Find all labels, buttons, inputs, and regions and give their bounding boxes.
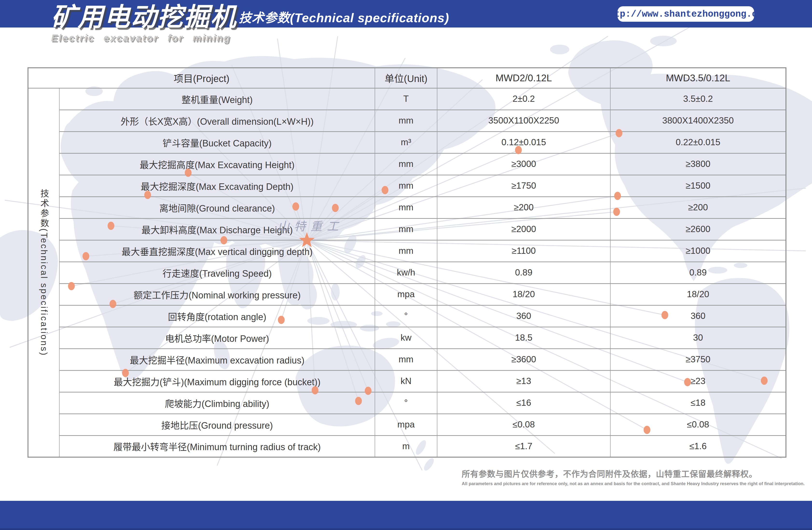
project-cell: 最大挖掘高度(Max Excavating Height)	[59, 153, 375, 175]
unit-cell: mm	[375, 218, 437, 240]
table-row: 外形（长X宽X高）(Overall dimension(L×W×H))mm350…	[28, 110, 786, 131]
project-cell: 离地间隙(Ground clearance)	[59, 197, 375, 218]
page-title: 技术参数(Technical specifications)	[239, 8, 449, 26]
table-row: 回转角度(rotation angle)°360360	[28, 305, 786, 327]
table-row: 最大挖掘深度(Max Excavating Depth)mm≥1750≥1500	[28, 175, 786, 197]
value-cell-mwd35: ≤0.08	[610, 414, 786, 435]
table-row: 额定工作压力(Nominal working pressure)mpa18/20…	[28, 284, 786, 305]
unit-cell: mm	[375, 153, 437, 175]
unit-cell: kw/h	[375, 262, 437, 284]
value-cell-mwd35: ≥200	[610, 197, 786, 218]
value-cell-mwd35: ≥2600	[610, 218, 786, 240]
unit-cell: mpa	[375, 284, 437, 305]
table-row: 离地间隙(Ground clearance)mm≥200≥200	[28, 197, 786, 218]
project-cell: 履带最小转弯半径(Minimum turning radius of track…	[59, 435, 375, 457]
table-header-row: 项目(Project) 单位(Unit) MWD2/0.12L MWD3.5/0…	[28, 68, 786, 88]
value-cell-mwd35: 30	[610, 327, 786, 348]
project-cell: 接地比压(Ground pressure)	[59, 414, 375, 435]
column-header-project: 项目(Project)	[28, 68, 375, 88]
unit-cell: mm	[375, 110, 437, 131]
disclaimer: 所有参数与图片仅供参考，不作为合同附件及依据，山特重工保留最终解释权。 All …	[462, 468, 804, 486]
unit-cell: mm	[375, 240, 437, 262]
table-row: 最大垂直挖掘深度(Max vertical dingging depth)mm≥…	[28, 240, 786, 262]
value-cell-mwd2: ≥3600	[437, 348, 610, 370]
unit-cell: °	[375, 392, 437, 414]
value-cell-mwd2: ≤16	[437, 392, 610, 414]
table-row: 行走速度(Traveling Speed)kw/h0.890.89	[28, 262, 786, 284]
value-cell-mwd35: ≤1.6	[610, 435, 786, 457]
value-cell-mwd35: 360	[610, 305, 786, 327]
value-cell-mwd2: 360	[437, 305, 610, 327]
unit-cell: kN	[375, 370, 437, 392]
value-cell-mwd35: ≤18	[610, 392, 786, 414]
table-row: 电机总功率(Motor Power)kw18.530	[28, 327, 786, 348]
website-url[interactable]: Http://www.shantezhonggong.com	[603, 9, 768, 19]
value-cell-mwd2: 0.12±0.015	[437, 131, 610, 153]
project-cell: 回转角度(rotation angle)	[59, 305, 375, 327]
unit-cell: mm	[375, 197, 437, 218]
project-cell: 整机重量(Weight)	[59, 88, 375, 110]
table-row: 最大挖掘力(铲斗)(Maximum digging force (bucket)…	[28, 370, 786, 392]
value-cell-mwd2: ≥2000	[437, 218, 610, 240]
disclaimer-chinese: 所有参数与图片仅供参考，不作为合同附件及依据，山特重工保留最终解释权。	[462, 468, 804, 479]
row-group-label: 技术参数(Technical specifications)	[28, 88, 59, 457]
project-cell: 最大挖掘半径(Maximum excavation radius)	[59, 348, 375, 370]
unit-cell: mm	[375, 175, 437, 197]
project-cell: 爬坡能力(Climbing ability)	[59, 392, 375, 414]
project-cell: 最大卸料高度(Max Discharge Height)	[59, 218, 375, 240]
value-cell-mwd2: ≤1.7	[437, 435, 610, 457]
column-header-mwd2: MWD2/0.12L	[437, 68, 610, 88]
unit-cell: kw	[375, 327, 437, 348]
value-cell-mwd35: 0.22±0.015	[610, 131, 786, 153]
table-row: 最大挖掘半径(Maximum excavation radius)mm≥3600…	[28, 348, 786, 370]
value-cell-mwd35: 0.89	[610, 262, 786, 284]
spec-table: 项目(Project) 单位(Unit) MWD2/0.12L MWD3.5/0…	[28, 67, 786, 458]
value-cell-mwd2: 2±0.2	[437, 88, 610, 110]
logo-subtitle: Electric excavator for mining	[51, 32, 237, 44]
unit-cell: °	[375, 305, 437, 327]
value-cell-mwd35: 3.5±0.2	[610, 88, 786, 110]
value-cell-mwd35: ≥3750	[610, 348, 786, 370]
logo-title: 矿用电动挖掘机	[51, 2, 237, 32]
unit-cell: m	[375, 435, 437, 457]
table-row: 接地比压(Ground pressure)mpa≤0.08≤0.08	[28, 414, 786, 435]
value-cell-mwd2: 0.89	[437, 262, 610, 284]
column-header-unit: 单位(Unit)	[375, 68, 437, 88]
project-cell: 最大垂直挖掘深度(Max vertical dingging depth)	[59, 240, 375, 262]
project-cell: 外形（长X宽X高）(Overall dimension(L×W×H))	[59, 110, 375, 131]
value-cell-mwd2: 18.5	[437, 327, 610, 348]
value-cell-mwd35: ≥1000	[610, 240, 786, 262]
value-cell-mwd35: ≥1500	[610, 175, 786, 197]
value-cell-mwd2: 18/20	[437, 284, 610, 305]
value-cell-mwd2: ≤0.08	[437, 414, 610, 435]
value-cell-mwd35: ≥3800	[610, 153, 786, 175]
value-cell-mwd2: ≥200	[437, 197, 610, 218]
column-header-mwd35: MWD3.5/0.12L	[610, 68, 786, 88]
project-cell: 最大挖掘力(铲斗)(Maximum digging force (bucket)…	[59, 370, 375, 392]
value-cell-mwd35: 18/20	[610, 284, 786, 305]
table-row: 爬坡能力(Climbing ability)°≤16≤18	[28, 392, 786, 414]
brand-logo: 矿用电动挖掘机 Electric excavator for mining	[51, 2, 237, 44]
project-cell: 电机总功率(Motor Power)	[59, 327, 375, 348]
unit-cell: m³	[375, 131, 437, 153]
value-cell-mwd35: ≥23	[610, 370, 786, 392]
table-row: 铲斗容量(Bucket Capacity)m³0.12±0.0150.22±0.…	[28, 131, 786, 153]
disclaimer-english: All parameters and pictures are for refe…	[462, 481, 804, 486]
bottom-footer-bar	[0, 501, 812, 530]
value-cell-mwd2: ≥1750	[437, 175, 610, 197]
table-row: 履带最小转弯半径(Minimum turning radius of track…	[28, 435, 786, 457]
value-cell-mwd2: ≥13	[437, 370, 610, 392]
project-cell: 行走速度(Traveling Speed)	[59, 262, 375, 284]
value-cell-mwd2: 3500X1100X2250	[437, 110, 610, 131]
unit-cell: mm	[375, 348, 437, 370]
value-cell-mwd35: 3800X1400X2350	[610, 110, 786, 131]
table-row: 最大卸料高度(Max Discharge Height)mm≥2000≥2600	[28, 218, 786, 240]
project-cell: 额定工作压力(Nominal working pressure)	[59, 284, 375, 305]
website-url-pill[interactable]: Http://www.shantezhonggong.com	[618, 6, 754, 22]
unit-cell: T	[375, 88, 437, 110]
project-cell: 最大挖掘深度(Max Excavating Depth)	[59, 175, 375, 197]
value-cell-mwd2: ≥1100	[437, 240, 610, 262]
unit-cell: mpa	[375, 414, 437, 435]
table-row: 技术参数(Technical specifications)整机重量(Weigh…	[28, 88, 786, 110]
table-row: 最大挖掘高度(Max Excavating Height)mm≥3000≥380…	[28, 153, 786, 175]
